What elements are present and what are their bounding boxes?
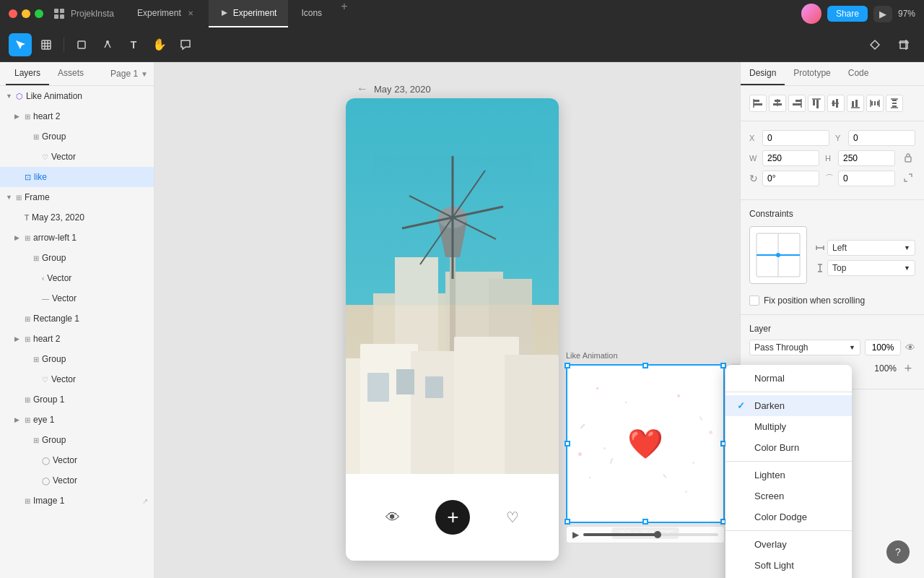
rotation-input[interactable] — [762, 171, 819, 186]
layer-item-vector6[interactable]: ◯ Vector — [0, 470, 154, 491]
layer-item-group2[interactable]: ⊞ Group — [0, 248, 154, 268]
frame-tool[interactable] — [35, 33, 58, 56]
rotation-row: ↻ ⌒ — [749, 171, 915, 186]
align-right-button[interactable] — [788, 95, 806, 112]
layer-item-rect1[interactable]: ⊞ Rectangle 1 — [0, 309, 154, 329]
layer-item-group3[interactable]: ⊞ Group — [0, 349, 154, 369]
layer-item-group1[interactable]: ⊞ Group — [0, 126, 154, 147]
align-top-button[interactable] — [808, 95, 825, 112]
pen-tool[interactable] — [96, 33, 119, 56]
page-selector[interactable]: Page 1 — [110, 69, 138, 79]
assets-tab[interactable]: Assets — [49, 62, 92, 85]
crop-icon[interactable] — [892, 33, 915, 56]
x-input[interactable] — [762, 130, 829, 146]
layer-item-group5[interactable]: ⊞ Group — [0, 430, 154, 450]
align-left-button[interactable] — [749, 95, 767, 112]
progress-bar[interactable] — [583, 533, 718, 536]
gif-container[interactable]: Like Animation — [566, 364, 725, 523]
select-tool[interactable] — [9, 33, 32, 56]
tab-experiment-1[interactable]: Experiment ✕ — [126, 0, 207, 27]
blend-option-soft-light[interactable]: Soft Light — [725, 555, 852, 576]
blend-mode-select[interactable]: Pass Through ▼ — [749, 340, 860, 355]
layer-item-vector2[interactable]: ‹ Vector — [0, 268, 154, 288]
v-constraint-select[interactable]: Top ▼ — [827, 260, 915, 276]
layer-item-heart2b[interactable]: ▶ ⊞ heart 2 — [0, 329, 154, 349]
align-center-v-button[interactable] — [827, 95, 845, 112]
blend-option-screen[interactable]: Screen — [725, 486, 852, 506]
layer-item-vector1[interactable]: ♡ Vector — [0, 147, 154, 167]
layer-item-eye1[interactable]: ▶ ⊞ eye 1 — [0, 410, 154, 430]
h-input[interactable] — [838, 150, 895, 166]
visibility-icon[interactable]: 👁 — [905, 342, 915, 353]
corner-radius-input[interactable] — [838, 171, 895, 186]
blend-option-color-burn[interactable]: Color Burn — [725, 437, 852, 458]
design-tab[interactable]: Design — [741, 62, 785, 85]
layer-item-arrow-left[interactable]: ▶ ⊞ arrow-left 1 — [0, 228, 154, 248]
blend-option-darken[interactable]: Darken — [725, 395, 852, 416]
resize-handle-tl[interactable] — [565, 363, 570, 368]
share-button[interactable]: Share — [827, 6, 868, 22]
w-input[interactable] — [762, 150, 819, 166]
blend-option-multiply[interactable]: Multiply — [725, 416, 852, 437]
blend-mode-dropdown[interactable]: Normal Darken Multiply Color Burn Lighte… — [725, 365, 852, 578]
add-fill-button[interactable]: + — [901, 361, 915, 376]
align-bottom-button[interactable] — [847, 95, 864, 112]
resize-handle-ml[interactable] — [565, 441, 570, 447]
blend-option-normal[interactable]: Normal — [725, 368, 852, 389]
gif-frame[interactable]: ❤️ — [566, 364, 725, 523]
resize-handle-bc[interactable] — [642, 519, 648, 525]
blend-option-overlay[interactable]: Overlay — [725, 534, 852, 555]
app-grid-icon[interactable] — [53, 8, 65, 20]
distribute-h-button[interactable] — [866, 95, 884, 112]
lock-ratio-button[interactable] — [901, 150, 915, 165]
layer-item-vector5[interactable]: ◯ Vector — [0, 450, 154, 470]
align-center-h-button[interactable] — [769, 95, 786, 112]
distribute-v-button[interactable] — [886, 95, 903, 112]
y-input[interactable] — [848, 130, 915, 146]
tab-icons[interactable]: Icons — [289, 0, 334, 27]
layer-item-like-animation[interactable]: ▼ ⬡ Like Animation — [0, 86, 154, 106]
back-arrow-icon[interactable]: ← — [357, 82, 368, 95]
heart-button[interactable]: ♡ — [506, 509, 519, 526]
help-button[interactable]: ? — [886, 540, 910, 564]
expand-corners-button[interactable] — [901, 171, 915, 185]
fix-position-checkbox[interactable] — [749, 296, 759, 306]
h-constraint-select[interactable]: Left ▼ — [827, 240, 915, 256]
close-button[interactable] — [9, 9, 17, 18]
layer-item-heart2[interactable]: ▶ ⊞ heart 2 — [0, 106, 154, 126]
blend-option-lighten[interactable]: Lighten — [725, 465, 852, 486]
comment-tool[interactable] — [174, 33, 197, 56]
layer-item-like[interactable]: ⊡ like — [0, 167, 154, 187]
layer-item-vector3[interactable]: — Vector — [0, 288, 154, 309]
resize-handle-tc[interactable] — [642, 363, 648, 368]
prototype-tab[interactable]: Prototype — [785, 62, 839, 85]
blend-option-color-dodge[interactable]: Color Dodge — [725, 506, 852, 527]
tab-close-icon[interactable]: ✕ — [186, 8, 196, 18]
eye-button[interactable]: 👁 — [385, 509, 400, 526]
layer-item-image1[interactable]: ⊞ Image 1 ↗ — [0, 491, 154, 511]
plus-button[interactable]: + — [435, 500, 470, 535]
fullscreen-button[interactable] — [35, 9, 43, 18]
canvas[interactable]: ← May 23, 2020 — [154, 62, 740, 578]
hand-tool[interactable]: ✋ — [148, 33, 171, 56]
layer-item-group4[interactable]: ⊞ Group 1 — [0, 389, 154, 410]
minimize-button[interactable] — [22, 9, 30, 18]
avatar[interactable] — [801, 4, 821, 24]
add-tab-button[interactable]: + — [335, 0, 353, 27]
layer-item-frame[interactable]: ▼ ⊞ Frame — [0, 187, 154, 207]
shape-tool[interactable] — [70, 33, 93, 56]
component-icon[interactable] — [863, 33, 886, 56]
tab-experiment-active[interactable]: Experiment — [209, 0, 289, 27]
svg-rect-2 — [54, 14, 58, 19]
play-button[interactable]: ▶ — [873, 6, 892, 22]
layers-tab[interactable]: Layers — [6, 62, 49, 85]
code-tab[interactable]: Code — [840, 62, 878, 85]
layer-item-may23[interactable]: T May 23, 2020 — [0, 207, 154, 228]
text-tool[interactable]: T — [122, 33, 145, 56]
play-icon[interactable]: ▶ — [572, 530, 579, 540]
opacity-input[interactable] — [865, 340, 901, 355]
layer-item-vector4[interactable]: ♡ Vector — [0, 369, 154, 389]
layer-name: Vector — [53, 475, 77, 486]
w-field: W — [749, 150, 819, 166]
resize-handle-bl[interactable] — [565, 519, 570, 525]
